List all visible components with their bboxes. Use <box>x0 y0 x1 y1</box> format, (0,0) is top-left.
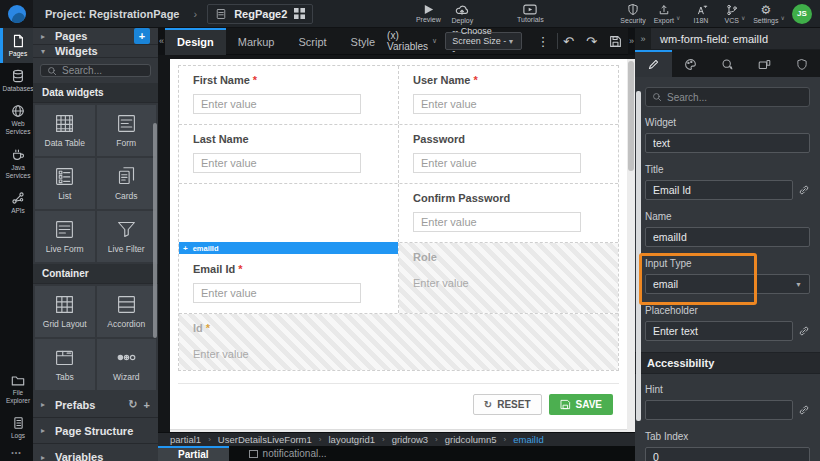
variables-section-header[interactable]: ▸ Variables <box>33 444 158 461</box>
bind-property-icon[interactable] <box>798 184 810 196</box>
undo-button[interactable]: ↶ <box>557 34 580 49</box>
title-input[interactable] <box>645 180 793 200</box>
more-options-icon[interactable]: ••• <box>0 445 33 461</box>
user-name-input[interactable] <box>413 94 581 114</box>
rail-item-databases[interactable]: Databases <box>0 63 33 98</box>
page-selector[interactable]: RegPage2 <box>207 4 313 24</box>
form-field-password[interactable]: Password <box>399 125 618 183</box>
tab-styles[interactable] <box>672 50 709 77</box>
panel-scrollbar[interactable] <box>636 91 641 421</box>
widgets-section-header[interactable]: ▾ Widgets <box>33 45 158 58</box>
i18n-button[interactable]: I18N <box>684 0 718 28</box>
form-field-last-name[interactable]: Last Name <box>179 125 399 183</box>
breadcrumb-item[interactable]: gridcolumn5 <box>445 434 497 445</box>
password-input[interactable] <box>413 153 581 173</box>
empty-grid-cell[interactable] <box>179 184 399 242</box>
security-button[interactable]: Security <box>616 0 650 28</box>
rail-item-logs[interactable]: Logs <box>0 410 33 445</box>
tab-device[interactable] <box>746 50 783 77</box>
breadcrumb-item[interactable]: UserDetailsLiveForm1 <box>218 434 312 445</box>
property-search-input[interactable] <box>667 92 787 103</box>
breadcrumb-item[interactable]: partial1 <box>170 434 201 445</box>
form-field-confirm-password[interactable]: Confirm Password <box>399 184 618 242</box>
breadcrumb-item[interactable]: gridrow3 <box>392 434 428 445</box>
widget-tile-list[interactable]: List <box>35 158 95 209</box>
first-name-input[interactable] <box>193 94 361 114</box>
collapse-left-panel-button[interactable]: « <box>158 28 165 55</box>
input-type-select[interactable]: email ▼ <box>645 274 810 294</box>
widget-tile-accordion[interactable]: Accordion <box>97 286 157 337</box>
vcs-button[interactable]: VCS ∨ <box>718 0 752 28</box>
widget-tile-wizard[interactable]: Wizard <box>97 339 157 390</box>
tab-partial[interactable]: Partial <box>158 446 229 461</box>
deploy-button[interactable]: Deploy <box>445 0 479 28</box>
widget-tile-form[interactable]: Form <box>97 105 157 156</box>
add-prefab-icon[interactable]: + <box>144 399 150 411</box>
widget-search-input[interactable] <box>62 65 142 76</box>
form-field-first-name[interactable]: First Name* <box>179 66 399 124</box>
form-field-user-name[interactable]: User Name* <box>399 66 618 124</box>
save-button[interactable]: SAVE <box>549 394 614 415</box>
collapse-right-panel-button[interactable]: » <box>628 28 635 55</box>
rail-item-apis[interactable]: APIs <box>0 185 33 220</box>
rail-item-pages[interactable]: Pages <box>0 28 33 63</box>
save-page-button[interactable] <box>603 35 628 48</box>
prefabs-section-header[interactable]: ▸ Prefabs ↻ + <box>33 392 158 418</box>
drag-handle-icon[interactable]: + <box>183 244 188 253</box>
tab-script[interactable]: Script <box>286 28 338 55</box>
tab-security[interactable] <box>783 50 820 77</box>
add-page-button[interactable]: + <box>134 28 150 44</box>
rail-item-java-services[interactable]: Java Services <box>0 142 33 185</box>
widget-tile-live-form[interactable]: Live Form <box>35 211 95 262</box>
canvas-scrollbar[interactable] <box>627 59 635 432</box>
rail-item-web-services[interactable]: Web Services <box>0 98 33 141</box>
last-name-input[interactable] <box>193 153 361 173</box>
bind-property-icon[interactable] <box>798 325 810 337</box>
form-field-role[interactable]: Role Enter value <box>399 243 618 313</box>
collapse-panel-button[interactable]: » <box>635 28 651 50</box>
confirm-password-input[interactable] <box>413 212 581 232</box>
wavemaker-logo[interactable] <box>0 0 33 28</box>
hint-input[interactable] <box>645 400 793 420</box>
tab-notificational[interactable]: notificational... <box>229 446 347 461</box>
screen-size-select[interactable]: -- Choose Screen Size -- ▼ <box>445 32 521 50</box>
export-button[interactable]: Export ∨ <box>650 0 684 28</box>
form-field-id[interactable]: Id* Enter value <box>179 314 618 370</box>
preview-button[interactable]: Preview <box>411 0 445 28</box>
tab-design[interactable]: Design <box>165 28 226 55</box>
name-input[interactable] <box>645 227 810 247</box>
widget-tile-cards[interactable]: Cards <box>97 158 157 209</box>
rail-item-file-explorer[interactable]: File Explorer <box>0 368 33 410</box>
email-id-input[interactable] <box>193 283 361 303</box>
reset-button[interactable]: ↻ RESET <box>473 394 542 415</box>
more-menu-icon[interactable]: ⋮ <box>530 34 557 49</box>
tab-events[interactable] <box>709 50 746 77</box>
refresh-icon[interactable]: ↻ <box>128 398 137 411</box>
left-panel-scrollbar[interactable] <box>153 123 157 338</box>
tab-style[interactable]: Style <box>339 28 387 55</box>
tab-index-input[interactable] <box>645 447 810 461</box>
bind-property-icon[interactable] <box>798 404 810 416</box>
grid-menu-icon[interactable] <box>294 8 305 19</box>
tutorials-button[interactable]: Tutorials <box>513 0 547 28</box>
breadcrumb-item[interactable]: layoutgrid1 <box>329 434 375 445</box>
widget-type-input[interactable] <box>645 133 810 153</box>
layout-grid[interactable]: First Name* User Name* Last Name <box>178 65 619 371</box>
canvas-scrollbar-thumb[interactable] <box>628 61 634 171</box>
user-avatar[interactable]: JS <box>792 4 812 24</box>
property-search[interactable] <box>645 87 810 107</box>
form-field-email-id[interactable]: + emailId Email Id* <box>179 243 399 313</box>
settings-button[interactable]: ⚙ Settings ∨ <box>752 0 786 28</box>
page-structure-section-header[interactable]: ▸ Page Structure <box>33 418 158 444</box>
placeholder-input[interactable] <box>645 321 793 341</box>
tab-markup[interactable]: Markup <box>226 28 287 55</box>
pages-section-header[interactable]: ▸ Pages + <box>33 28 158 45</box>
widget-tile-grid-layout[interactable]: Grid Layout <box>35 286 95 337</box>
widget-search[interactable] <box>40 64 151 77</box>
widget-tile-tabs[interactable]: Tabs <box>35 339 95 390</box>
tab-properties[interactable] <box>635 50 672 77</box>
variables-dropdown[interactable]: (x) Variables ∨ <box>387 30 437 52</box>
selected-widget-bar[interactable]: + emailId <box>179 242 398 254</box>
widget-tile-live-filter[interactable]: Live Filter <box>97 211 157 262</box>
widget-tile-data-table[interactable]: Data Table <box>35 105 95 156</box>
